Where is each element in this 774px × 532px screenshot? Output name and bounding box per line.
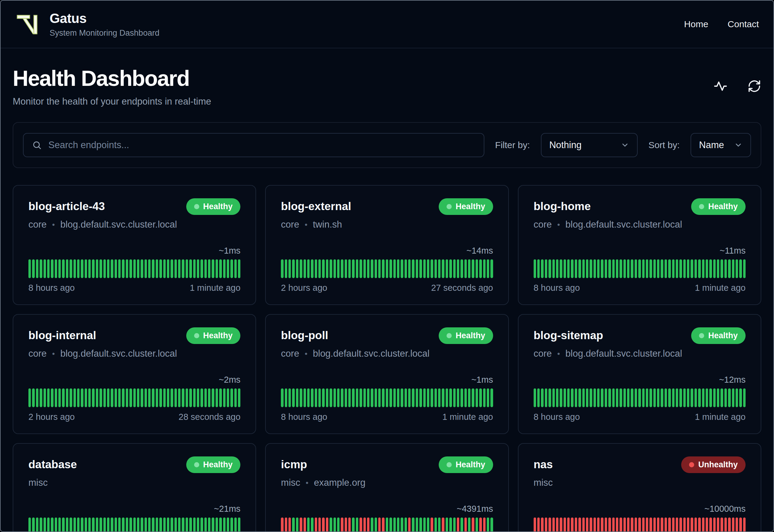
health-bar[interactable]	[676, 517, 678, 532]
health-bar[interactable]	[348, 517, 351, 532]
health-bar[interactable]	[623, 388, 626, 407]
health-bar[interactable]	[81, 517, 83, 532]
health-bar[interactable]	[706, 259, 708, 278]
health-bar[interactable]	[442, 517, 444, 532]
health-bar[interactable]	[571, 388, 573, 407]
health-bar[interactable]	[560, 388, 562, 407]
health-bar[interactable]	[665, 259, 667, 278]
health-bar[interactable]	[193, 388, 196, 407]
health-bar[interactable]	[541, 259, 543, 278]
health-bar[interactable]	[642, 259, 645, 278]
health-bar[interactable]	[434, 388, 437, 407]
health-bar[interactable]	[713, 517, 716, 532]
health-bar[interactable]	[728, 259, 730, 278]
health-bar[interactable]	[330, 517, 332, 532]
health-bar[interactable]	[212, 259, 214, 278]
health-bar[interactable]	[178, 388, 180, 407]
health-bar[interactable]	[706, 388, 708, 407]
health-bar[interactable]	[363, 517, 366, 532]
health-bar[interactable]	[590, 517, 592, 532]
health-bar[interactable]	[200, 259, 203, 278]
health-bar[interactable]	[724, 388, 727, 407]
health-bar[interactable]	[356, 388, 358, 407]
health-bar[interactable]	[582, 259, 585, 278]
health-bar[interactable]	[315, 517, 317, 532]
health-bar[interactable]	[408, 388, 411, 407]
health-bar[interactable]	[118, 259, 121, 278]
health-bar[interactable]	[446, 517, 448, 532]
health-bar[interactable]	[88, 517, 91, 532]
endpoint-card[interactable]: database Healthy misc • ~21ms 8 hours ag…	[13, 443, 256, 532]
health-bar[interactable]	[537, 259, 540, 278]
health-bar[interactable]	[691, 259, 693, 278]
health-bar[interactable]	[85, 388, 87, 407]
health-bar[interactable]	[359, 517, 362, 532]
health-bar[interactable]	[359, 388, 362, 407]
health-bar[interactable]	[578, 259, 581, 278]
health-bar[interactable]	[122, 388, 124, 407]
endpoint-card[interactable]: blog-poll Healthy core • blog.default.sv…	[265, 314, 509, 434]
health-bar[interactable]	[698, 388, 701, 407]
health-bar[interactable]	[612, 388, 615, 407]
health-bar[interactable]	[288, 517, 291, 532]
health-bar[interactable]	[423, 517, 426, 532]
endpoint-card[interactable]: blog-internal Healthy core • blog.defaul…	[13, 314, 256, 434]
health-bar[interactable]	[601, 388, 603, 407]
health-bar[interactable]	[55, 259, 57, 278]
health-bar[interactable]	[567, 259, 570, 278]
health-bar[interactable]	[446, 388, 448, 407]
health-bar[interactable]	[326, 517, 328, 532]
health-bar[interactable]	[728, 517, 730, 532]
health-bar[interactable]	[111, 259, 113, 278]
health-bar[interactable]	[717, 259, 719, 278]
health-bar[interactable]	[92, 517, 94, 532]
health-bar[interactable]	[51, 517, 53, 532]
health-bar[interactable]	[66, 517, 68, 532]
health-bar[interactable]	[204, 259, 207, 278]
health-bar[interactable]	[171, 388, 173, 407]
health-bar[interactable]	[28, 388, 31, 407]
health-bar[interactable]	[326, 259, 328, 278]
health-bar[interactable]	[627, 259, 629, 278]
refresh-button[interactable]	[747, 79, 761, 93]
health-bar[interactable]	[552, 388, 555, 407]
health-bar[interactable]	[230, 388, 233, 407]
health-bar[interactable]	[635, 517, 637, 532]
health-bar[interactable]	[616, 517, 618, 532]
health-bar[interactable]	[472, 259, 474, 278]
health-bar[interactable]	[216, 259, 218, 278]
health-bar[interactable]	[311, 259, 313, 278]
health-bar[interactable]	[219, 388, 222, 407]
health-bar[interactable]	[167, 517, 169, 532]
health-bar[interactable]	[487, 388, 489, 407]
health-bar[interactable]	[171, 259, 173, 278]
health-bar[interactable]	[578, 388, 581, 407]
health-bar[interactable]	[96, 388, 98, 407]
health-bar[interactable]	[182, 259, 184, 278]
health-bar[interactable]	[661, 517, 663, 532]
health-bar[interactable]	[99, 259, 102, 278]
health-bar[interactable]	[476, 388, 478, 407]
health-bar[interactable]	[92, 259, 94, 278]
health-bar[interactable]	[122, 517, 124, 532]
health-bar[interactable]	[145, 517, 147, 532]
health-bar[interactable]	[345, 388, 347, 407]
health-bar[interactable]	[653, 517, 656, 532]
health-bar[interactable]	[352, 388, 354, 407]
health-bar[interactable]	[389, 517, 392, 532]
health-bar[interactable]	[743, 517, 746, 532]
health-bar[interactable]	[534, 259, 536, 278]
health-bar[interactable]	[472, 517, 474, 532]
health-bar[interactable]	[668, 517, 671, 532]
health-bar[interactable]	[739, 517, 742, 532]
health-bar[interactable]	[683, 388, 686, 407]
health-bar[interactable]	[227, 517, 229, 532]
health-bar[interactable]	[281, 388, 283, 407]
health-bar[interactable]	[304, 517, 306, 532]
health-bar[interactable]	[159, 517, 162, 532]
health-bar[interactable]	[234, 517, 237, 532]
health-bar[interactable]	[73, 388, 76, 407]
health-bar[interactable]	[464, 259, 467, 278]
health-bar[interactable]	[702, 517, 704, 532]
health-bar[interactable]	[152, 388, 154, 407]
